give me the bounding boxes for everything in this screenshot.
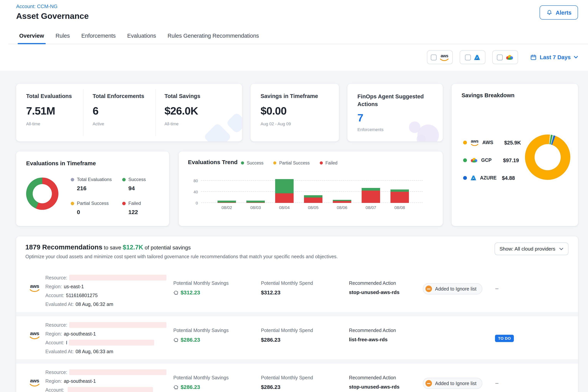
cloud-provider-filter-dropdown[interactable]: Show: All cloud providers [494,242,568,255]
evaluations-in-timeframe-card: Evaluations in Timeframe Total Evaluatio… [16,152,169,226]
stat-savings-timeframe: Savings in Timeframe $0.00 Aug 02 - Aug … [260,93,318,126]
trend-bar-success [390,190,409,192]
tab-overview[interactable]: Overview [19,28,44,44]
piggy-bank-icon [173,338,178,342]
field-label: Resource: [45,370,67,375]
field-label: Account: [45,340,64,345]
legend-value: 94 [128,185,146,192]
stat-title: Total Enforcements [92,93,144,99]
tab-enforcements[interactable]: Enforcements [81,28,116,44]
recommendations-card: 1879 Recommendations to save $12.7K of p… [16,236,578,392]
aws-icon: aws [470,139,479,146]
savings-column: Potential Monthly Savings $286.23 [173,328,229,343]
card-title: Evaluations in Timeframe [26,160,96,166]
column-label: Recommended Action [349,375,400,380]
account-value: I [66,340,67,345]
failed-color-dot [320,162,323,164]
added-to-ignore-list-chip[interactable]: Added to Ignore list [423,378,482,389]
spend-value: $312.23 [261,290,313,296]
empty-status-dash: – [496,285,498,291]
field-label: Region: [45,378,62,384]
spend-column: Potential Monthly Spend $286.23 [261,375,313,390]
stat-subtitle: Aug 02 - Aug 09 [260,122,318,126]
minus-circle-icon [426,380,432,386]
recommendations-to-save: to save [104,244,121,250]
gcp-checkbox[interactable] [497,54,503,60]
action-value: stop-unused-aws-rds [349,290,400,295]
azure-icon [470,175,476,181]
piggy-bank-icon [173,385,178,389]
azure-checkbox[interactable] [465,54,471,60]
breakdown-label: AZURE [480,175,498,181]
trend-x-label: 08/07 [359,205,382,210]
date-range-label: Last 7 Days [540,54,571,60]
stat-value: 6 [92,105,144,117]
column-label: Potential Monthly Spend [261,328,313,333]
field-label: Account: [45,293,64,298]
legend-success: Success 94 [122,177,146,192]
stat-title: Total Evaluations [26,93,72,99]
stat-total-evaluations: Total Evaluations 7.51M All-time [26,93,72,126]
partial-color-dot [71,202,74,205]
aws-filter-toggle[interactable]: aws [427,50,453,64]
column-label: Potential Monthly Savings [173,280,229,286]
chevron-down-icon [574,56,578,59]
recommendation-row: aws Resource: Region:ap-southeast-1 Acco… [16,364,578,392]
evaluated-value: 08 Aug, 06:33 am [76,349,113,354]
added-to-ignore-list-chip[interactable]: Added to Ignore list [423,283,482,294]
stat-value: $26.0K [164,105,200,117]
aws-icon: aws [440,54,449,61]
resource-details: Resource: Region:ap-southeast-1 Account:… [45,368,166,392]
trend-bar-success [275,179,294,193]
action-value: list-free-aws-rds [349,337,396,342]
trend-x-label: 08/04 [273,205,296,210]
finops-agent-card: FinOps Agent Suggested Actions 7 Enforce… [348,84,443,142]
trend-bar-success [333,200,351,201]
tab-rules-generating-recommendations[interactable]: Rules Generating Recommendations [168,28,259,44]
minus-circle-icon [426,286,432,292]
resource-details: Resource: Region:ap-southeast-1 Account:… [45,320,166,356]
resource-details: Resource: Region:us-east-1 Account:51161… [45,273,166,308]
trend-x-label: 08/05 [302,205,325,210]
alerts-button[interactable]: Alerts [540,6,578,20]
todo-status-badge: TO DO [495,335,514,342]
aws-icon: aws [29,378,40,386]
trend-x-axis: 08/0208/0308/0408/0508/0608/0708/08 [201,205,423,211]
success-color-dot [122,178,126,181]
savings-column: Potential Monthly Savings $312.23 [173,280,229,296]
calendar-icon [530,54,537,60]
filter-row: aws Last 7 Days [427,44,578,70]
account-breadcrumb[interactable]: Account: CCM-NG [16,4,58,9]
trend-bar-success [304,196,322,198]
aws-icon: aws [29,331,40,339]
date-range-picker[interactable]: Last 7 Days [530,54,578,60]
tab-evaluations[interactable]: Evaluations [127,28,156,44]
savings-in-timeframe-card: Savings in Timeframe $0.00 Aug 02 - Aug … [250,84,339,142]
stat-subtitle: All-time [164,122,200,126]
savings-amount: $286.23 [181,384,200,390]
legend-value: 0 [77,209,108,215]
evaluated-value: 08 Aug, 06:32 am [76,302,113,307]
stat-total-enforcements: Total Enforcements 6 Active [92,93,144,126]
column-label: Potential Monthly Savings [173,328,229,333]
azure-filter-toggle[interactable] [460,50,486,64]
aws-icon: aws [29,284,40,292]
legend-value: 216 [77,185,112,192]
page-header: Account: CCM-NG Asset Governance Alerts [16,0,578,28]
tab-rules[interactable]: Rules [56,28,70,44]
aws-checkbox[interactable] [431,54,437,60]
field-label: Resource: [45,322,67,328]
evaluations-trend-card: Evaluations Trend Success Partial Succes… [179,152,443,226]
bell-icon [546,9,553,16]
trend-legend-success: Success [241,161,264,165]
spend-column: Potential Monthly Spend $286.23 [261,328,313,343]
trend-legend: Success Partial Success Failed [241,161,338,165]
dropdown-label: Show: All cloud providers [500,246,556,252]
chip-label: Added to Ignore list [435,381,476,386]
stat-subtitle: All-time [26,122,72,126]
stat-value: 7.51M [26,105,72,117]
column-label: Recommended Action [349,328,396,333]
gcp-filter-toggle[interactable] [492,50,518,64]
breakdown-value: $4.88 [502,175,515,181]
decorative-watermark [226,112,242,134]
